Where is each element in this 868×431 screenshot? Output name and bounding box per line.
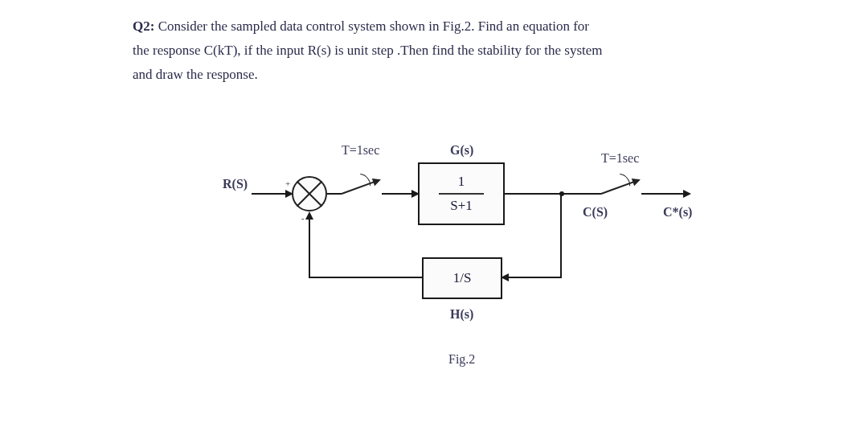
output-label: C(S): [583, 205, 608, 220]
sampler1-arc: [343, 169, 375, 200]
feedback-up: [309, 213, 310, 278]
g-fraction-line: [439, 193, 484, 195]
h-content: 1/S: [453, 270, 472, 286]
feedback-to-h: [502, 277, 562, 278]
sampler2-label: T=1sec: [601, 151, 639, 166]
sampler1-label: T=1sec: [342, 143, 379, 158]
question-text: Q2: Consider the sampled data control sy…: [133, 14, 707, 86]
line-to-output: [641, 193, 690, 195]
feedback-from-h: [309, 277, 422, 278]
g-numerator: 1: [458, 174, 465, 193]
line-g-to-c: [505, 193, 601, 195]
question-line3: and draw the response.: [133, 67, 258, 82]
question-line2: the response C(kT), if the input R(s) is…: [133, 43, 603, 58]
g-block: 1 S+1: [418, 162, 505, 225]
question-label: Q2:: [133, 18, 154, 34]
g-denominator: S+1: [450, 198, 473, 214]
output-star-label: C*(s): [663, 205, 692, 220]
figure-caption: Fig.2: [448, 352, 475, 367]
g-label: G(s): [450, 143, 473, 158]
question-line1: Consider the sampled data control system…: [158, 18, 589, 34]
h-label: H(s): [450, 307, 473, 322]
plus-sign: +: [285, 179, 290, 188]
minus-sign: -: [301, 213, 305, 223]
line-input: [252, 193, 292, 195]
h-block: 1/S: [422, 257, 502, 299]
summing-junction: [292, 176, 327, 211]
input-label: R(S): [223, 177, 248, 191]
feedback-down: [560, 193, 562, 278]
block-diagram: R(S) + - T=1sec G(s) 1 S+1 T=1sec C(S) C…: [133, 129, 735, 410]
line-sampler1-to-g: [382, 193, 418, 195]
sampler2-arc: [603, 169, 634, 200]
line-sum-to-sampler1: [327, 193, 342, 195]
